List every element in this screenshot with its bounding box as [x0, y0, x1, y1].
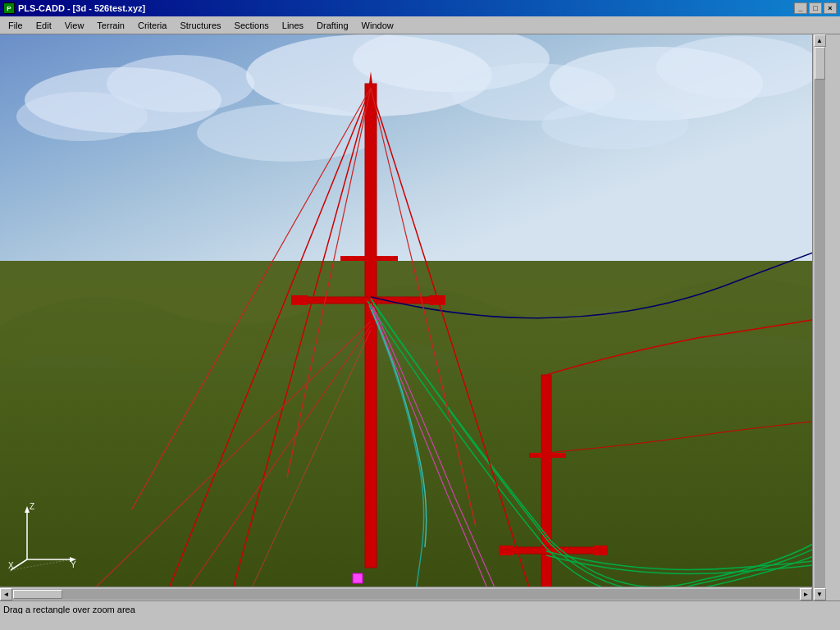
- svg-line-27: [371, 88, 476, 527]
- menu-structures[interactable]: Structures: [173, 19, 227, 32]
- svg-rect-15: [340, 256, 398, 261]
- svg-line-23: [230, 88, 371, 600]
- power-line-svg: [0, 34, 826, 600]
- svg-line-28: [82, 322, 371, 600]
- svg-rect-21: [529, 453, 566, 458]
- scrollbar-right[interactable]: ▲ ▼: [812, 34, 826, 600]
- title-bar: P PLS-CADD - [3d - 526test.xyz] _ □ ×: [0, 0, 840, 16]
- menu-sections[interactable]: Sections: [228, 19, 276, 32]
- svg-line-22: [164, 88, 371, 600]
- menu-lines[interactable]: Lines: [276, 19, 310, 32]
- svg-line-29: [180, 326, 371, 600]
- app-icon: P: [3, 2, 15, 14]
- svg-line-26: [371, 88, 533, 600]
- menu-terrain[interactable]: Terrain: [90, 19, 131, 32]
- svg-text:X: X: [8, 561, 14, 570]
- scroll-left-button[interactable]: ◄: [0, 588, 12, 600]
- svg-rect-13: [291, 295, 308, 305]
- svg-rect-17: [541, 375, 551, 596]
- svg-rect-19: [499, 546, 514, 555]
- status-bar: Drag a rectangle over zoom area: [0, 600, 840, 614]
- minimize-button[interactable]: _: [794, 2, 807, 14]
- svg-text:Z: Z: [30, 502, 34, 511]
- scrollbar-bottom[interactable]: ◄ ►: [0, 587, 812, 600]
- scroll-down-button[interactable]: ▼: [814, 588, 826, 600]
- menu-edit[interactable]: Edit: [30, 19, 58, 32]
- scroll-up-button[interactable]: ▲: [814, 34, 826, 47]
- menu-view[interactable]: View: [58, 19, 91, 32]
- menu-window[interactable]: Window: [355, 19, 400, 32]
- menu-drafting[interactable]: Drafting: [310, 19, 355, 32]
- menu-file[interactable]: File: [2, 19, 30, 32]
- scroll-track-bottom[interactable]: [12, 589, 800, 600]
- menu-criteria[interactable]: Criteria: [131, 19, 173, 32]
- scroll-thumb-right[interactable]: [815, 47, 825, 80]
- close-button[interactable]: ×: [824, 2, 837, 14]
- scroll-right-button[interactable]: ►: [800, 588, 812, 600]
- menu-bar: File Edit View Terrain Criteria Structur…: [0, 16, 840, 34]
- 3d-scene[interactable]: Z Y X ▲ ▼ ◄ ►: [0, 34, 826, 600]
- svg-rect-20: [593, 546, 608, 555]
- svg-line-24: [287, 88, 371, 477]
- scroll-thumb-bottom[interactable]: [13, 590, 62, 599]
- viewport-container: Z Y X ▲ ▼ ◄ ► Drag a rectangle over zoom…: [0, 34, 840, 614]
- window-title: PLS-CADD - [3d - 526test.xyz]: [18, 3, 145, 13]
- title-bar-controls[interactable]: _ □ ×: [794, 2, 837, 14]
- svg-text:Y: Y: [71, 560, 76, 569]
- title-bar-left: P PLS-CADD - [3d - 526test.xyz]: [3, 2, 145, 14]
- svg-rect-31: [353, 573, 363, 583]
- svg-line-30: [246, 330, 371, 600]
- axes-display: Z Y X: [7, 498, 80, 572]
- restore-button[interactable]: □: [809, 2, 822, 14]
- scroll-track-right[interactable]: [815, 47, 825, 588]
- status-text: Drag a rectangle over zoom area: [3, 605, 837, 614]
